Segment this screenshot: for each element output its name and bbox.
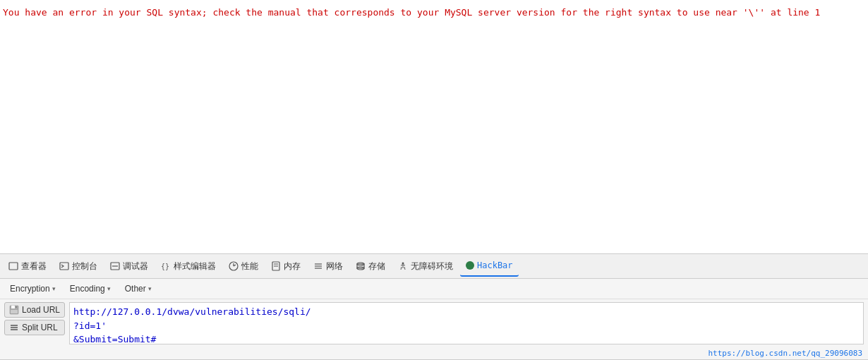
tab-hackbar-label: HackBar [477,260,513,270]
other-label: Other [125,284,146,294]
main-content: You have an error in your SQL syntax; ch… [0,0,868,253]
devtools-bar: 查看器 控制台 调试器 {} 样式编辑器 性能 内存 [0,253,868,279]
hackbar-buttons: Load URL Split URL [4,302,65,335]
load-url-label: Load URL [22,305,60,315]
tab-console[interactable]: 控制台 [54,256,103,277]
encoding-chevron-icon: ▾ [107,285,111,292]
encryption-chevron-icon: ▾ [52,285,56,292]
svg-rect-0 [9,263,18,270]
hackbar-url-area: Load URL Split URL [0,299,868,347]
tab-accessibility-label: 无障碍环境 [411,260,453,272]
other-chevron-icon: ▾ [148,285,152,292]
svg-text:{}: {} [161,263,169,270]
tab-console-label: 控制台 [72,260,97,272]
tab-style-label: 样式编辑器 [174,260,216,272]
tab-inspector[interactable]: 查看器 [3,256,52,277]
tab-hackbar[interactable]: HackBar [460,256,519,277]
split-url-button[interactable]: Split URL [4,320,65,335]
tab-inspector-label: 查看器 [21,260,47,272]
tab-accessibility[interactable]: 无障碍环境 [392,256,459,277]
load-url-icon [9,305,19,315]
encryption-label: Encryption [10,284,50,294]
console-icon [59,261,69,271]
footer-link[interactable]: https://blog.csdn.net/qq_29096083 [708,349,862,358]
svg-rect-17 [11,306,15,308]
hackbar-footer: https://blog.csdn.net/qq_29096083 [0,347,868,359]
debugger-icon [110,261,120,271]
tab-network[interactable]: 网络 [308,256,349,277]
encryption-menu[interactable]: Encryption ▾ [4,282,61,296]
accessibility-icon [398,261,408,271]
tab-network-label: 网络 [326,260,343,272]
svg-rect-18 [16,306,17,308]
performance-icon [229,261,239,271]
encoding-menu[interactable]: Encoding ▾ [64,282,116,296]
tab-memory-label: 内存 [284,260,301,272]
hackbar-icon [466,261,474,270]
tab-memory[interactable]: 内存 [265,256,306,277]
split-url-icon [9,323,19,332]
tab-performance-label: 性能 [241,260,258,272]
network-icon [313,261,323,271]
other-menu[interactable]: Other ▾ [119,282,157,296]
encoding-label: Encoding [70,284,105,294]
memory-icon [271,261,281,271]
hackbar-panel: Encryption ▾ Encoding ▾ Other ▾ [0,279,868,360]
hackbar-menu: Encryption ▾ Encoding ▾ Other ▾ [0,279,868,299]
tab-debugger[interactable]: 调试器 [104,256,154,277]
tab-storage[interactable]: 存储 [350,256,391,277]
tab-style[interactable]: {} 样式编辑器 [155,256,222,277]
svg-point-15 [402,263,404,265]
svg-rect-19 [11,310,18,313]
style-icon: {} [161,261,171,271]
split-url-label: Split URL [22,323,58,332]
url-textarea[interactable] [69,302,864,344]
tab-performance[interactable]: 性能 [223,256,264,277]
tab-storage-label: 存储 [368,260,385,272]
inspector-icon [8,261,18,271]
load-url-button[interactable]: Load URL [4,302,65,318]
error-message: You have an error in your SQL syntax; ch… [3,7,820,18]
storage-icon [356,261,366,271]
tab-debugger-label: 调试器 [123,260,148,272]
